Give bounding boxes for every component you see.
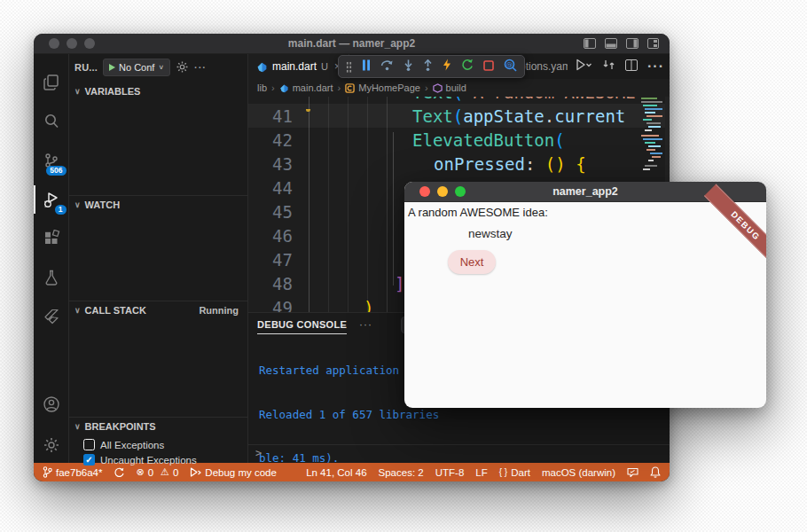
next-button[interactable]: Next [448,250,496,274]
console-prompt: > [255,447,262,459]
method-symbol-icon [433,83,443,93]
debug-badge: 1 [55,205,67,215]
restart-icon[interactable] [461,59,474,74]
toggle-sidebar-icon[interactable] [584,38,596,49]
close-window-button[interactable] [49,38,59,49]
vscode-titlebar[interactable]: main.dart — namer_app2 [34,34,670,54]
eol-item[interactable]: LF [475,467,487,478]
flutter-icon[interactable] [34,297,69,336]
step-into-icon[interactable] [404,59,413,74]
explorer-icon[interactable] [34,63,69,102]
console-line: Reloaded 1 of 657 libraries [259,408,446,423]
code-line-42: 42 ElevatedButton( [248,128,670,152]
checkbox-checked[interactable]: ✓ [83,454,95,466]
minimize-window-button[interactable] [67,38,77,49]
dart-icon [279,83,289,93]
breadcrumb-build[interactable]: build [433,82,466,93]
code-line-43: 43 onPressed: () { [248,152,670,176]
drag-handle-icon[interactable] [346,61,352,73]
breakpoint-all-exceptions[interactable]: All Exceptions [83,437,164,452]
git-branch-item[interactable]: fae7b6a4* [43,466,102,478]
sync-icon [114,467,124,478]
window-title: main.dart — namer_app2 [34,37,670,50]
customize-layout-icon[interactable] [647,38,659,49]
checkbox-unchecked[interactable] [83,439,95,450]
run-and-debug-icon[interactable]: 1 [34,180,69,219]
editor-tab-bar: main.dart U × sis_options.yaml ··· [248,54,670,79]
minimap[interactable] [640,97,665,178]
toggle-panel-icon[interactable] [605,38,617,49]
testing-icon[interactable] [34,258,69,297]
step-over-icon[interactable] [380,59,394,74]
debug-run-icon [190,467,201,477]
idea-label: A random AWESOME idea: [408,206,548,219]
feedback-icon[interactable] [627,467,639,478]
warning-icon: ⚠ [161,466,169,478]
breadcrumb-myhomepage[interactable]: MyHomePage [345,82,420,93]
chevron-down-icon: ∨ [74,200,81,209]
branch-icon [43,466,52,478]
toggle-secondary-sidebar-icon[interactable] [626,38,639,49]
breadcrumb-lib[interactable]: lib [257,82,267,93]
settings-gear-icon[interactable] [34,427,69,463]
error-icon: ⊗ [136,466,144,478]
split-editor-icon[interactable] [625,59,638,74]
os-item[interactable]: macOS (darwin) [542,467,615,478]
breadcrumb: lib › main.dart › MyHomePage › build [248,79,670,97]
tab-main-dart[interactable]: main.dart U × [248,54,349,79]
launch-config-dropdown[interactable]: No Conf ∨ [103,59,170,76]
hot-reload-icon[interactable] [443,59,451,74]
traffic-lights [49,38,95,49]
sync-changes-button[interactable] [114,467,124,478]
open-changes-icon[interactable] [602,59,615,74]
more-actions-icon[interactable]: ··· [194,62,207,73]
activity-bar: 506 1 [34,54,69,463]
tab-debug-console[interactable]: DEBUG CONSOLE [257,315,347,334]
stop-icon[interactable] [483,59,494,74]
launch-config-label: No Conf [119,62,154,73]
pause-icon[interactable] [362,59,371,74]
language-mode-item[interactable]: { }Dart [499,467,530,478]
chevron-down-icon: ∨ [74,306,81,315]
chevron-down-icon: ∨ [74,87,81,96]
search-icon[interactable] [34,102,69,141]
code-line-40: Text('A random AWESOME [248,97,670,104]
run-debug-sidebar: RU... No Conf ∨ ··· ∨ VARIABLES ∨ WATCH [69,54,248,463]
generated-word: newstay [468,227,513,240]
problems-item[interactable]: ⊗0 ⚠0 [136,466,178,478]
app-content: A random AWESOME idea: newstay Next DEBU… [404,202,766,408]
namer-app-window: namer_app2 A random AWESOME idea: newsta… [404,182,766,408]
braces-icon: { } [499,467,507,477]
console-input[interactable]: > [248,444,670,461]
git-status-letter: U [321,61,328,72]
class-symbol-icon [345,83,355,93]
run-panel-title: RU... [74,62,98,73]
variables-section-header[interactable]: ∨ VARIABLES [69,82,247,100]
breakpoints-section-header[interactable]: ∨ BREAKPOINTS [69,417,247,434]
accounts-icon[interactable] [34,385,69,424]
desktop: main.dart — namer_app2 506 [0,0,807,532]
breadcrumb-main-dart[interactable]: main.dart [279,82,333,93]
more-actions-icon[interactable]: ··· [647,59,664,74]
scm-badge: 506 [46,166,66,176]
call-stack-section-header[interactable]: ∨ CALL STACK Running [69,301,247,318]
extensions-icon[interactable] [34,219,69,258]
start-debug-icon[interactable] [109,64,115,71]
chevron-down-icon: ∨ [74,422,81,431]
breakpoint-uncaught-exceptions[interactable]: ✓ Uncaught Exceptions [83,452,197,467]
notifications-bell-icon[interactable] [650,466,661,478]
chevron-down-icon: ∨ [158,64,164,71]
watch-section-header[interactable]: ∨ WATCH [69,195,247,213]
code-line-41: 41 Text(appState.current [248,104,670,128]
debug-settings-gear-icon[interactable] [176,60,189,75]
step-out-icon[interactable] [423,59,433,74]
call-stack-status: Running [199,305,239,316]
dart-icon [256,61,268,73]
svg-text:@: @ [506,61,513,68]
panel-more-tabs-icon[interactable]: ··· [359,318,372,331]
zoom-window-button[interactable] [84,38,95,49]
lightbulb-icon[interactable] [303,109,313,122]
run-or-debug-icon[interactable] [575,59,592,74]
widget-inspector-icon[interactable]: @ [504,59,517,75]
source-control-icon[interactable]: 506 [34,141,69,180]
